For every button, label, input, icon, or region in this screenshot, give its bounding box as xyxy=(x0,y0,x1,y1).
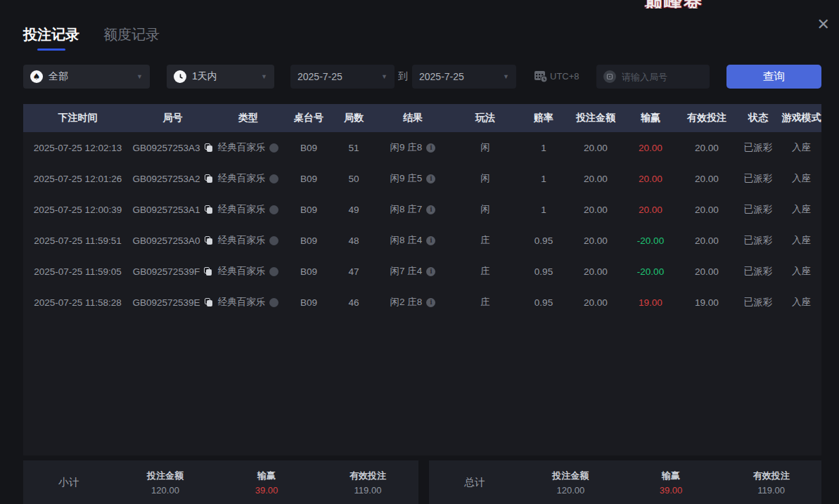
game-type-icon xyxy=(269,267,278,276)
info-icon[interactable]: i xyxy=(426,174,435,183)
chevron-down-icon: ▼ xyxy=(261,73,267,80)
game-type-value: 全部 xyxy=(49,70,131,83)
valid-bet: 20.00 xyxy=(679,132,735,163)
timezone-label: UTC+8 xyxy=(550,71,579,82)
bet-time: 2025-07-25 11:59:05 xyxy=(23,256,132,287)
game-number-icon xyxy=(603,70,616,83)
game-mode: 入座 xyxy=(781,194,821,225)
game-type-cell: 经典百家乐 xyxy=(213,163,283,194)
result-cell: 闲2 庄8i xyxy=(373,287,452,318)
game-type-icon xyxy=(269,143,278,153)
search-input[interactable] xyxy=(622,72,699,82)
copy-icon[interactable] xyxy=(205,174,213,183)
status: 已派彩 xyxy=(735,132,781,163)
valid-bet: 20.00 xyxy=(679,225,735,256)
bet-time: 2025-07-25 12:02:13 xyxy=(23,132,132,163)
round-id-search xyxy=(596,65,710,89)
copy-icon[interactable] xyxy=(205,143,213,153)
result-cell: 闲7 庄4i xyxy=(373,256,452,287)
result-cell: 闲8 庄7i xyxy=(373,194,452,225)
date-from-picker[interactable]: 2025-7-25 ▼ xyxy=(290,65,395,89)
time-range-select[interactable]: 1天内 ▼ xyxy=(167,65,274,89)
game-type-icon xyxy=(269,205,278,214)
close-icon[interactable]: ✕ xyxy=(817,17,830,32)
round-id-cell: GB09257253A0 xyxy=(132,225,213,256)
game-mode: 入座 xyxy=(781,225,821,256)
game-type-cell: 经典百家乐 xyxy=(213,256,283,287)
round-id-cell: GB09257253A1 xyxy=(132,194,213,225)
bet-amount: 20.00 xyxy=(569,132,622,163)
round-id-cell: GB09257253A2 xyxy=(132,163,213,194)
subtotal-label: 小计 xyxy=(23,476,115,489)
odds: 1 xyxy=(518,132,569,163)
copy-icon[interactable] xyxy=(204,267,212,276)
date-to-picker[interactable]: 2025-7-25 ▼ xyxy=(412,65,516,89)
info-icon[interactable]: i xyxy=(426,267,435,276)
game-type-cell: 经典百家乐 xyxy=(213,287,283,318)
date-range-to-label: 到 xyxy=(398,70,408,83)
col-header-win-lose: 输赢 xyxy=(622,104,679,132)
tab-bet-records[interactable]: 投注记录 xyxy=(23,25,79,51)
win-lose: -20.00 xyxy=(622,225,679,256)
round-id-cell: GB09257253A3 xyxy=(132,132,213,163)
table-row: 2025-07-25 11:59:05 GB092572539F 经典百家乐 B… xyxy=(23,256,821,287)
table-row: 2025-07-25 12:01:26 GB09257253A2 经典百家乐 B… xyxy=(23,163,821,194)
status: 已派彩 xyxy=(735,256,781,287)
bet-time: 2025-07-25 12:00:39 xyxy=(23,194,132,225)
calendar-icon xyxy=(532,68,548,84)
query-button[interactable]: 查询 xyxy=(726,65,821,89)
info-icon[interactable]: i xyxy=(426,143,435,153)
round-no: 49 xyxy=(334,194,373,225)
game-type-select[interactable]: ♠ 全部 ▼ xyxy=(23,65,150,89)
info-icon[interactable]: i xyxy=(426,298,435,307)
table-header-row: 下注时间 局号 类型 桌台号 局数 结果 玩法 赔率 投注金额 输赢 有效投注 … xyxy=(23,104,821,132)
info-icon[interactable]: i xyxy=(426,236,435,245)
table-no: B09 xyxy=(283,163,334,194)
play-type: 闲 xyxy=(452,163,518,194)
bet-amount: 20.00 xyxy=(569,163,622,194)
filter-bar: ♠ 全部 ▼ 1天内 ▼ 2025-7-25 ▼ 到 2025-7-25 ▼ U… xyxy=(0,65,839,89)
game-type-icon xyxy=(269,298,278,307)
round-no: 48 xyxy=(334,225,373,256)
total-valid-bet: 有效投注 119.00 xyxy=(721,470,821,496)
subtotal-valid-bet: 有效投注 119.00 xyxy=(317,470,418,496)
play-type: 庄 xyxy=(452,287,518,318)
odds: 1 xyxy=(518,163,569,194)
bet-amount: 20.00 xyxy=(569,287,622,318)
status: 已派彩 xyxy=(735,163,781,194)
time-range-value: 1天内 xyxy=(192,70,255,83)
tab-quota-records[interactable]: 额度记录 xyxy=(103,25,160,51)
game-type-cell: 经典百家乐 xyxy=(213,225,283,256)
copy-icon[interactable] xyxy=(205,205,213,214)
win-lose: 20.00 xyxy=(622,163,679,194)
col-header-valid-bet: 有效投注 xyxy=(679,104,735,132)
chevron-down-icon: ▼ xyxy=(381,73,388,80)
table-no: B09 xyxy=(283,287,334,318)
copy-icon[interactable] xyxy=(205,298,213,307)
col-header-bet-amount: 投注金额 xyxy=(569,104,622,132)
result-cell: 闲8 庄4i xyxy=(373,225,452,256)
date-to-value: 2025-7-25 xyxy=(419,71,497,82)
game-mode: 入座 xyxy=(781,132,821,163)
round-id-cell: GB092572539E xyxy=(132,287,213,318)
play-type: 闲 xyxy=(452,194,518,225)
result-cell: 闲9 庄5i xyxy=(373,163,452,194)
col-header-game-mode: 游戏模式 xyxy=(781,104,821,132)
bet-amount: 20.00 xyxy=(569,256,622,287)
bet-time: 2025-07-25 11:59:51 xyxy=(23,225,132,256)
event-logo-text: 巅峰赛 xyxy=(644,0,722,8)
round-no: 47 xyxy=(334,256,373,287)
bet-amount: 20.00 xyxy=(569,194,622,225)
odds: 0.95 xyxy=(518,287,569,318)
round-no: 51 xyxy=(334,132,373,163)
copy-icon[interactable] xyxy=(205,236,213,245)
bet-amount: 20.00 xyxy=(569,225,622,256)
subtotal-win-lose: 输赢 39.00 xyxy=(216,470,317,496)
table-row: 2025-07-25 11:59:51 GB09257253A0 经典百家乐 B… xyxy=(23,225,821,256)
odds: 0.95 xyxy=(518,225,569,256)
bet-records-table-panel: 下注时间 局号 类型 桌台号 局数 结果 玩法 赔率 投注金额 输赢 有效投注 … xyxy=(23,104,821,455)
play-type: 闲 xyxy=(452,132,518,163)
table-no: B09 xyxy=(283,256,334,287)
info-icon[interactable]: i xyxy=(426,205,435,214)
col-header-table-no: 桌台号 xyxy=(283,104,334,132)
